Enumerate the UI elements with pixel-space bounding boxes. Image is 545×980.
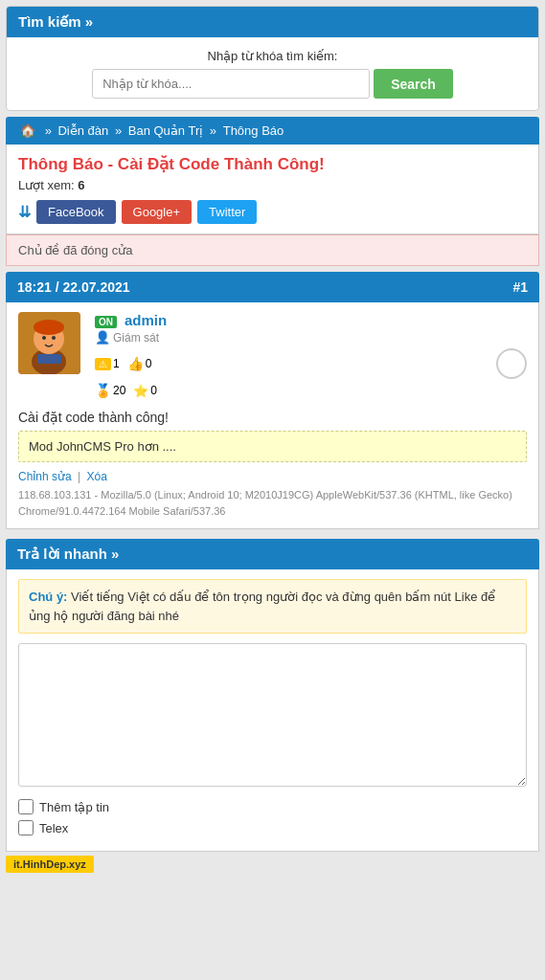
googleplus-button[interactable]: Google+ <box>122 200 193 224</box>
search-header: Tìm kiếm » <box>7 7 538 37</box>
search-button[interactable]: Search <box>374 69 453 99</box>
post-title: Thông Báo - Cài Đặt Code Thành Công! <box>18 154 527 174</box>
stat-badge: 🏅 20 <box>95 383 125 398</box>
telex-label: Telex <box>39 821 68 835</box>
search-input[interactable] <box>92 69 370 99</box>
views-count: 6 <box>78 178 84 192</box>
username: admin <box>125 312 167 328</box>
user-name-row: ON admin <box>95 312 527 328</box>
avatar <box>18 312 80 374</box>
post-quote: Mod JohnCMS Pro hơn .... <box>18 431 527 462</box>
breadcrumb-admin[interactable]: Ban Quản Trị <box>128 123 203 138</box>
telex-checkbox[interactable] <box>18 820 34 835</box>
role-icon: 👤 <box>95 330 110 345</box>
post-user-row: ON admin 👤 Giám sát ⚠ 1 👍 0 <box>18 312 527 398</box>
post-ip: 118.68.103.131 <box>18 489 91 501</box>
social-arrows: ⇊ <box>18 203 31 221</box>
search-row: Search <box>16 69 529 99</box>
reply-options: Thêm tập tin Telex <box>18 799 527 835</box>
telex-row: Telex <box>18 820 527 835</box>
home-icon: 🏠 <box>20 123 35 138</box>
delete-link[interactable]: Xóa <box>87 470 107 483</box>
svg-rect-6 <box>37 354 61 364</box>
user-info: ON admin 👤 Giám sát ⚠ 1 👍 0 <box>95 312 527 398</box>
post-actions: Chỉnh sửa | Xóa <box>18 470 527 483</box>
search-section: Tìm kiếm » Nhập từ khóa tìm kiếm: Search <box>6 6 539 111</box>
breadcrumb: 🏠 » Diễn đàn » Ban Quản Trị » Thông Báo <box>6 117 539 145</box>
closed-notice: Chủ đề đã đóng cửa <box>6 234 539 266</box>
badge-icon: 🏅 <box>95 383 111 398</box>
breadcrumb-separator: » <box>45 123 56 138</box>
user-stats-2: 🏅 20 ⭐ 0 <box>95 383 527 398</box>
social-buttons: ⇊ FaceBook Google+ Twitter <box>18 200 527 224</box>
post-content: Cài đặt code thành công! Mod JohnCMS Pro… <box>18 410 527 462</box>
search-body: Nhập từ khóa tìm kiếm: Search <box>7 37 538 110</box>
user-role: 👤 Giám sát <box>95 330 527 345</box>
note-text: Viết tiếng Việt có dấu để tôn trọng ngườ… <box>29 590 495 623</box>
breadcrumb-notice[interactable]: Thông Báo <box>223 123 284 138</box>
post-user-agent: 118.68.103.131 - Mozilla/5.0 (Linux; And… <box>18 487 527 519</box>
stat-warn: ⚠ 1 <box>95 357 120 370</box>
attach-file-row: Thêm tập tin <box>18 799 527 814</box>
note-label: Chú ý: <box>29 590 67 604</box>
avatar-box <box>18 312 85 374</box>
svg-point-5 <box>52 336 56 340</box>
post-header-section: Thông Báo - Cài Đặt Code Thành Công! Lượ… <box>6 145 539 234</box>
facebook-button[interactable]: FaceBook <box>36 200 116 224</box>
search-title: Tìm kiếm » <box>18 13 93 30</box>
star-icon: ⭐ <box>133 384 148 398</box>
svg-point-3 <box>34 320 64 335</box>
post-timestamp: 18:21 / 22.07.2021 <box>17 279 130 295</box>
post-views: Lượt xem: 6 <box>18 178 527 192</box>
attach-file-checkbox[interactable] <box>18 799 34 814</box>
like-icon: 👍 <box>127 356 144 371</box>
breadcrumb-forum[interactable]: Diễn đàn <box>57 123 108 138</box>
reply-textarea[interactable] <box>18 643 527 787</box>
quick-reply-header: Trả lời nhanh » <box>6 539 539 569</box>
post-text: Cài đặt code thành công! <box>18 410 527 425</box>
edit-link[interactable]: Chỉnh sửa <box>18 470 72 483</box>
stat-like: 👍 0 <box>127 356 152 371</box>
warn-icon: ⚠ <box>95 358 111 370</box>
post-ua-string: Mozilla/5.0 (Linux; Android 10; M2010J19… <box>18 489 512 517</box>
quick-reply-title: Trả lời nhanh » <box>17 546 119 562</box>
stat-star: ⭐ 0 <box>133 384 157 398</box>
watermark: it.HinhDep.xyz <box>0 852 545 877</box>
post-body: ON admin 👤 Giám sát ⚠ 1 👍 0 <box>6 302 539 529</box>
report-circle[interactable] <box>496 348 527 379</box>
online-badge: ON <box>95 316 117 328</box>
post-timestamp-bar: 18:21 / 22.07.2021 #1 <box>6 272 539 302</box>
search-label: Nhập từ khóa tìm kiếm: <box>16 49 529 63</box>
twitter-button[interactable]: Twitter <box>197 200 257 224</box>
svg-point-4 <box>42 336 46 340</box>
quick-reply-body: Chú ý: Viết tiếng Việt có dấu để tôn trọ… <box>6 569 539 852</box>
attach-file-label: Thêm tập tin <box>39 800 109 814</box>
quick-reply-note: Chú ý: Viết tiếng Việt có dấu để tôn trọ… <box>18 579 527 634</box>
user-stats: ⚠ 1 👍 0 <box>95 348 527 379</box>
post-number: #1 <box>512 279 528 295</box>
